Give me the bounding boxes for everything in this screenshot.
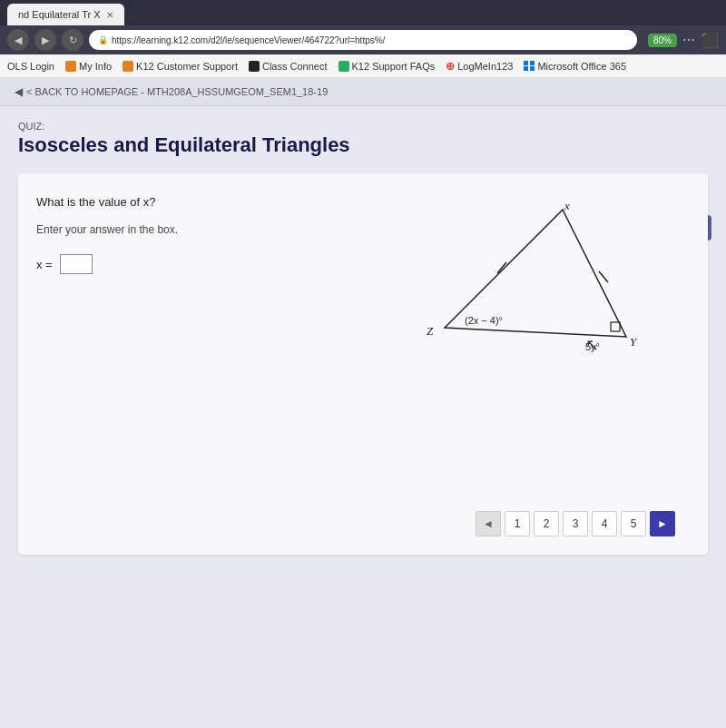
ms-office-icon xyxy=(524,61,535,72)
logmein-label: LogMeIn123 xyxy=(457,61,513,72)
page-content: ◀ < BACK TO HOMEPAGE - MTH208A_HSSUMGEOM… xyxy=(0,78,726,728)
svg-text:x: x xyxy=(564,201,570,212)
prev-page-button[interactable]: ◄ xyxy=(476,511,501,536)
back-nav-text: < BACK TO HOMEPAGE - MTH208A_HSSUMGEOM_S… xyxy=(26,86,328,97)
triangle-svg: Z x Y (2x − 4)° 5y° xyxy=(417,201,672,382)
svg-text:(2x − 4)°: (2x − 4)° xyxy=(465,315,503,326)
page-2-button[interactable]: 2 xyxy=(534,511,559,536)
bookmark-ols-login[interactable]: OLS Login xyxy=(7,61,54,72)
customer-support-label: K12 Customer Support xyxy=(136,61,238,72)
quiz-title: Isosceles and Equilateral Triangles xyxy=(18,133,708,157)
content-box: What is the value of x? Enter your answe… xyxy=(18,173,708,555)
page-1-button[interactable]: 1 xyxy=(505,511,530,536)
browser-menu-dots[interactable]: ⋯ xyxy=(682,33,695,47)
browser-controls: ◀ ▶ ↻ 🔒 https://learning.k12.com/d2l/le/… xyxy=(0,25,726,54)
myinfo-label: My Info xyxy=(79,61,112,72)
bookmark-customer-support[interactable]: K12 Customer Support xyxy=(123,61,238,72)
answer-label: x = xyxy=(36,258,53,271)
page-3-button[interactable]: 3 xyxy=(563,511,588,536)
tab-bar: nd Equilateral Tr X ✕ xyxy=(0,0,726,25)
page-5-button[interactable]: 5 xyxy=(621,511,646,536)
tab-close-btn[interactable]: ✕ xyxy=(106,10,113,20)
lock-icon: 🔒 xyxy=(98,35,108,44)
bookmarks-bar: OLS Login My Info K12 Customer Support C… xyxy=(0,54,726,78)
myinfo-icon xyxy=(65,61,76,72)
answer-input[interactable] xyxy=(60,254,93,274)
support-faqs-icon xyxy=(338,61,349,72)
logmein-icon: ⊕ xyxy=(446,60,455,73)
progress-badge: 80% xyxy=(648,34,677,47)
back-navigation[interactable]: ◀ < BACK TO HOMEPAGE - MTH208A_HSSUMGEOM… xyxy=(0,78,726,106)
customer-support-icon xyxy=(123,61,133,72)
browser-extension-icon[interactable]: ⬛ xyxy=(701,32,719,49)
reload-button[interactable]: ↻ xyxy=(62,29,83,51)
svg-rect-3 xyxy=(611,322,620,331)
forward-button[interactable]: ▶ xyxy=(34,29,56,51)
bookmark-ms-office[interactable]: Microsoft Office 365 xyxy=(524,61,626,72)
back-button[interactable]: ◀ xyxy=(7,29,29,51)
quiz-label: QUIZ: xyxy=(18,121,708,132)
bookmark-logmein[interactable]: ⊕ LogMeIn123 xyxy=(446,60,513,73)
svg-text:5y°: 5y° xyxy=(585,341,600,352)
tab-title: nd Equilateral Tr X xyxy=(18,9,101,20)
address-bar[interactable]: 🔒 https://learning.k12.com/d2l/le/sequen… xyxy=(89,30,637,50)
ols-login-label: OLS Login xyxy=(7,61,54,72)
ms-office-label: Microsoft Office 365 xyxy=(537,61,626,72)
bookmark-myinfo[interactable]: My Info xyxy=(65,61,112,72)
url-text: https://learning.k12.com/d2l/le/sequence… xyxy=(112,35,385,45)
class-connect-icon xyxy=(249,61,260,72)
svg-text:Y: Y xyxy=(630,335,638,349)
bookmark-class-connect[interactable]: Class Connect xyxy=(249,61,328,72)
pagination: ◄ 1 2 3 4 5 ► xyxy=(457,502,693,546)
bookmark-support-faqs[interactable]: K12 Support FAQs xyxy=(338,61,436,72)
support-faqs-label: K12 Support FAQs xyxy=(352,61,436,72)
class-connect-label: Class Connect xyxy=(262,61,328,72)
svg-text:Z: Z xyxy=(427,324,434,338)
browser-chrome: nd Equilateral Tr X ✕ ◀ ▶ ↻ 🔒 https://le… xyxy=(0,0,726,78)
next-page-button[interactable]: ► xyxy=(650,511,675,536)
page-4-button[interactable]: 4 xyxy=(592,511,617,536)
triangle-diagram: Z x Y (2x − 4)° 5y° xyxy=(417,201,672,382)
svg-line-2 xyxy=(599,271,608,282)
quiz-header: QUIZ: Isosceles and Equilateral Triangle… xyxy=(0,106,726,166)
back-arrow-icon: ◀ xyxy=(15,85,23,98)
active-tab[interactable]: nd Equilateral Tr X ✕ xyxy=(7,4,124,25)
